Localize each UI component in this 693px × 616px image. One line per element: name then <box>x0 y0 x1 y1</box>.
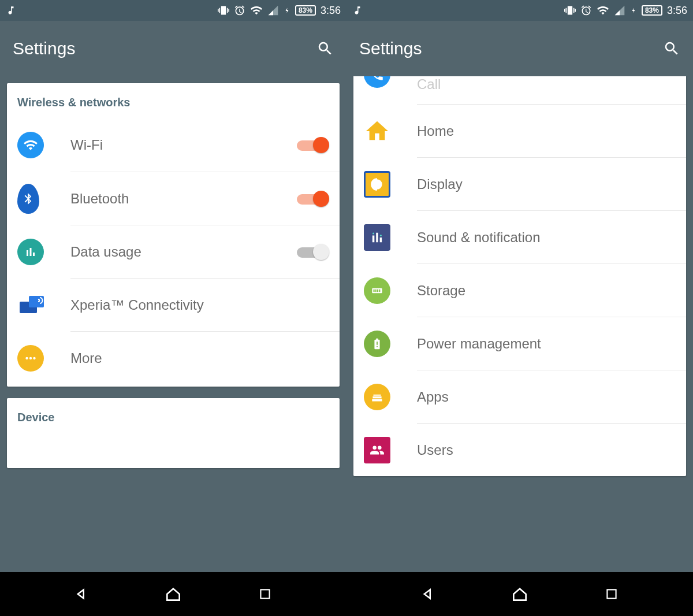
row-label: Display <box>417 176 676 192</box>
storage-icon <box>364 277 390 304</box>
bluetooth-icon <box>17 184 39 214</box>
sound-icon <box>364 224 390 251</box>
svg-point-2 <box>25 357 28 359</box>
card-device-list: Call Home Display <box>353 76 686 476</box>
row-label: Storage <box>417 283 676 299</box>
nav-home[interactable] <box>163 584 184 604</box>
nav-back[interactable] <box>71 584 92 604</box>
row-label: Sound & notification <box>417 229 676 246</box>
nav-recent[interactable] <box>255 584 275 604</box>
wifi-row-icon <box>17 132 44 158</box>
row-label: Call <box>417 76 676 92</box>
row-label: Users <box>417 442 676 458</box>
page-title: Settings <box>13 39 316 58</box>
row-call[interactable]: Call <box>353 76 686 104</box>
row-label: More <box>70 350 329 366</box>
status-clock: 3:56 <box>667 5 687 17</box>
vibrate-icon <box>564 5 576 16</box>
nav-bar <box>0 572 693 616</box>
card-device: Device <box>7 398 340 468</box>
section-wireless: Wireless & networks <box>7 83 340 118</box>
charge-icon <box>630 5 637 16</box>
row-users[interactable]: Users <box>417 423 686 476</box>
music-note-icon <box>6 5 16 16</box>
battery-badge: 83% <box>642 5 662 16</box>
call-icon <box>364 76 390 88</box>
svg-rect-11 <box>379 289 380 291</box>
svg-point-6 <box>380 234 382 236</box>
more-icon <box>17 345 44 372</box>
pane-left: 83% 3:56 Settings Wireless & networks Wi… <box>0 0 346 572</box>
users-icon <box>364 437 390 463</box>
alarm-icon <box>234 5 245 16</box>
svg-point-3 <box>29 357 32 359</box>
battery-badge: 83% <box>295 5 316 16</box>
nav-back[interactable] <box>418 584 438 604</box>
search-icon[interactable] <box>663 40 680 57</box>
row-data-usage[interactable]: Data usage <box>70 225 340 278</box>
svg-point-4 <box>33 357 35 359</box>
row-storage[interactable]: Storage <box>417 264 686 317</box>
row-label: Xperia™ Connectivity <box>70 297 329 313</box>
row-label: Power management <box>417 336 676 352</box>
power-icon <box>364 331 390 357</box>
app-bar: Settings <box>346 21 693 76</box>
svg-rect-13 <box>607 589 616 598</box>
search-icon[interactable] <box>316 40 334 57</box>
data-usage-icon <box>17 239 44 265</box>
row-home[interactable]: Home <box>417 104 686 157</box>
row-sound[interactable]: Sound & notification <box>417 210 686 264</box>
row-display[interactable]: Display <box>417 157 686 210</box>
alarm-icon <box>580 5 592 16</box>
row-label: Home <box>417 123 676 139</box>
vibrate-icon <box>218 5 229 16</box>
row-bluetooth[interactable]: Bluetooth <box>70 172 340 225</box>
status-bar: 83% 3:56 <box>0 0 346 21</box>
row-power[interactable]: Power management <box>417 317 686 370</box>
nav-recent[interactable] <box>601 584 622 604</box>
charge-icon <box>284 5 290 16</box>
row-more[interactable]: More <box>70 331 340 384</box>
signal-icon <box>614 5 625 16</box>
nav-home[interactable] <box>509 584 530 604</box>
row-wifi[interactable]: Wi-Fi <box>7 118 340 172</box>
svg-rect-12 <box>260 589 269 598</box>
card-wireless: Wireless & networks Wi-Fi Bluetooth <box>7 83 340 387</box>
signal-icon <box>267 5 279 16</box>
pane-right: 83% 3:56 Settings Call <box>346 0 693 572</box>
svg-rect-8 <box>374 289 375 291</box>
display-icon <box>364 171 390 198</box>
apps-icon <box>364 384 390 410</box>
page-title: Settings <box>359 39 663 58</box>
home-icon <box>364 118 390 144</box>
row-label: Data usage <box>70 244 297 260</box>
status-bar: 83% 3:56 <box>346 0 693 21</box>
app-bar: Settings <box>0 21 346 76</box>
status-clock: 3:56 <box>321 5 341 17</box>
music-note-icon <box>352 5 363 16</box>
row-label: Wi-Fi <box>70 137 297 153</box>
row-xperia-connectivity[interactable]: Xperia™ Connectivity <box>70 278 340 331</box>
data-toggle[interactable] <box>297 244 329 260</box>
row-label: Apps <box>417 389 676 405</box>
wifi-icon <box>597 4 609 17</box>
svg-rect-9 <box>375 289 377 291</box>
wifi-icon <box>250 4 263 17</box>
section-device: Device <box>7 398 340 433</box>
svg-rect-10 <box>377 289 378 291</box>
svg-point-5 <box>372 232 374 234</box>
wifi-toggle[interactable] <box>297 137 329 153</box>
xperia-icon <box>17 294 46 317</box>
row-apps[interactable]: Apps <box>417 370 686 423</box>
bluetooth-toggle[interactable] <box>297 191 329 207</box>
row-label: Bluetooth <box>70 191 297 207</box>
